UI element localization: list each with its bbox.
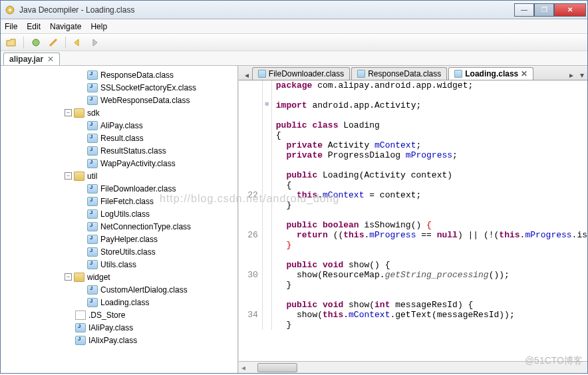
- tree-item[interactable]: FileFetch.class: [1, 195, 237, 207]
- class-icon: [75, 323, 86, 332]
- tree-item[interactable]: AliPay.class: [1, 119, 237, 132]
- editor-pane: ◂ FileDownloader.class ResponseData.clas…: [238, 66, 587, 373]
- tree-pkg-sdk[interactable]: −sdk: [1, 106, 237, 119]
- tree-pkg-util[interactable]: −util: [1, 170, 237, 182]
- tab-loading[interactable]: Loading.class✕: [448, 67, 533, 80]
- jar-tab-label: alipay.jar: [9, 55, 43, 64]
- package-icon: [74, 172, 84, 181]
- svg-point-2: [33, 39, 39, 46]
- class-icon: [87, 70, 98, 80]
- tree-item[interactable]: FileDownloader.class: [1, 182, 237, 195]
- tab-nav-prev[interactable]: ◂: [241, 70, 252, 80]
- back-button[interactable]: [71, 36, 84, 49]
- separator: [65, 37, 66, 49]
- tree-item[interactable]: ResponseData.class: [1, 68, 237, 81]
- tree-item[interactable]: WapPayActivity.class: [1, 157, 237, 170]
- app-window: Java Decompiler - Loading.class — ❐ ✕ Fi…: [0, 0, 588, 374]
- tree-item[interactable]: WebResponseData.class: [1, 94, 237, 106]
- close-icon[interactable]: ✕: [521, 69, 527, 78]
- class-icon: [87, 184, 98, 193]
- tree-item[interactable]: IAliPay.class: [1, 321, 237, 334]
- tab-responsedata[interactable]: ResponseData.class: [351, 67, 447, 80]
- tree-item[interactable]: IAlixPay.class: [1, 334, 237, 346]
- tree-item[interactable]: LogUtils.class: [1, 207, 237, 220]
- close-icon[interactable]: ✕: [47, 55, 54, 64]
- menu-edit[interactable]: Edit: [27, 22, 41, 31]
- class-icon: [87, 159, 98, 168]
- jar-tab-alipay[interactable]: alipay.jar ✕: [3, 53, 60, 65]
- app-icon: [5, 5, 15, 15]
- svg-point-1: [9, 9, 11, 11]
- tree-item[interactable]: StoreUtils.class: [1, 245, 237, 258]
- package-tree[interactable]: ResponseData.class SSLSocketFactoryEx.cl…: [1, 66, 238, 373]
- titlebar[interactable]: Java Decompiler - Loading.class — ❐ ✕: [1, 1, 587, 19]
- menu-file[interactable]: File: [5, 22, 17, 31]
- editor-tabs: ◂ FileDownloader.class ResponseData.clas…: [239, 66, 587, 80]
- package-icon: [74, 273, 84, 282]
- collapse-icon[interactable]: −: [65, 172, 72, 180]
- forward-button[interactable]: [88, 36, 102, 49]
- tool-button-2[interactable]: [47, 36, 60, 49]
- separator: [23, 37, 24, 49]
- tree-item[interactable]: PayHelper.class: [1, 233, 237, 245]
- tree-item[interactable]: NetConnectionType.class: [1, 220, 237, 233]
- tree-item[interactable]: ResultStatus.class: [1, 144, 237, 157]
- tree-item[interactable]: Loading.class: [1, 296, 237, 309]
- open-button[interactable]: [5, 36, 18, 49]
- package-icon: [74, 108, 84, 118]
- class-icon: [87, 209, 98, 219]
- toolbar: [1, 34, 587, 51]
- class-icon: [87, 96, 98, 105]
- close-button[interactable]: ✕: [554, 3, 586, 17]
- class-icon: [87, 235, 98, 244]
- tab-filedownloader[interactable]: FileDownloader.class: [252, 67, 350, 80]
- menubar: File Edit Navigate Help: [1, 19, 587, 34]
- class-icon: [357, 70, 365, 78]
- horizontal-scrollbar[interactable]: ◂: [239, 361, 587, 373]
- maximize-button[interactable]: ❐: [534, 3, 554, 17]
- collapse-icon[interactable]: −: [65, 109, 72, 116]
- class-icon: [454, 70, 462, 78]
- tool-button-1[interactable]: [29, 36, 43, 49]
- window-title: Java Decompiler - Loading.class: [19, 5, 514, 15]
- menu-help[interactable]: Help: [90, 22, 107, 31]
- tree-item[interactable]: Result.class: [1, 132, 237, 144]
- tree-item[interactable]: SSLSocketFactoryEx.class: [1, 81, 237, 94]
- class-icon: [258, 70, 266, 78]
- tree-item[interactable]: CustomAlertDialog.class: [1, 283, 237, 296]
- tab-menu-button[interactable]: ▾: [577, 70, 587, 80]
- class-icon: [87, 260, 98, 269]
- class-icon: [87, 134, 98, 143]
- menu-navigate[interactable]: Navigate: [50, 22, 81, 31]
- class-icon: [87, 247, 98, 257]
- file-icon: [75, 311, 86, 320]
- collapse-icon[interactable]: −: [65, 273, 72, 281]
- tab-nav-next[interactable]: ▸: [566, 70, 577, 80]
- minimize-button[interactable]: —: [514, 3, 534, 17]
- class-icon: [87, 197, 98, 206]
- class-icon: [87, 298, 98, 307]
- tree-pkg-widget[interactable]: −widget: [1, 271, 237, 283]
- jar-tabs: alipay.jar ✕: [1, 51, 587, 66]
- tree-item[interactable]: Utils.class: [1, 258, 237, 271]
- scrollbar-thumb[interactable]: [257, 363, 297, 372]
- class-icon: [75, 336, 86, 345]
- tree-item[interactable]: .DS_Store: [1, 309, 237, 321]
- class-icon: [87, 121, 98, 130]
- class-icon: [87, 83, 98, 92]
- source-viewer[interactable]: package com.alipay.android.app.widget; ⊞…: [239, 80, 587, 361]
- class-icon: [87, 146, 98, 156]
- class-icon: [87, 285, 98, 295]
- class-icon: [87, 222, 98, 231]
